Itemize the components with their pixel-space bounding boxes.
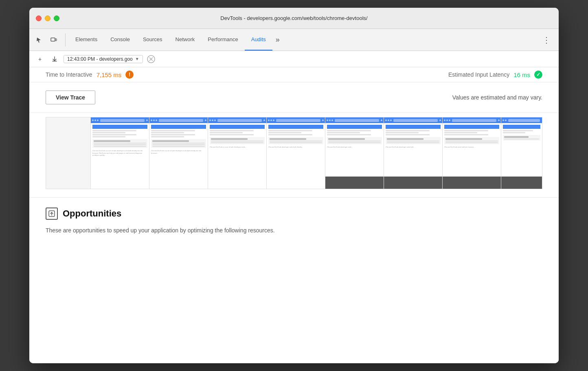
tab-console[interactable]: Console [104,29,136,51]
settings-dots-button[interactable]: ⋮ [541,33,552,46]
svg-rect-1 [55,39,57,41]
maximize-button[interactable] [54,15,59,21]
filmstrip-frame[interactable]: Chrome DevTools developer tools built... [384,117,443,189]
metrics-row: Time to Interactive 7,155 ms ! Estimated… [29,67,559,82]
filmstrip-frame[interactable] [501,117,542,189]
session-selector[interactable]: 12:43:00 PM - developers.goo ▼ [64,55,143,63]
filmstrip-frame[interactable]: Chrome DevTools developer tools built di… [267,117,325,189]
tab-bar-icons [33,33,66,46]
traffic-lights [36,15,59,21]
session-label: 12:43:00 PM - developers.goo [67,56,133,62]
devtools-panel: Elements Console Sources Network Perform… [29,29,559,363]
filmstrip-frame[interactable]: Chrome DevTools is a set of web develope… [208,117,267,189]
time-to-interactive-metric: Time to Interactive 7,155 ms ! [46,71,134,79]
device-toolbar-icon[interactable] [47,33,60,46]
tti-value: 7,155 ms [97,71,122,78]
filmstrip-section: Chrome DevTools is a set of web develope… [29,113,559,198]
tab-bar: Elements Console Sources Network Perform… [29,29,559,51]
devtools-window: DevTools - developers.google.com/web/too… [29,8,559,363]
stop-recording-button[interactable] [146,54,156,64]
tab-audits[interactable]: Audits [245,29,272,51]
session-chevron-icon: ▼ [135,57,139,61]
tabs-container: Elements Console Sources Network Perform… [69,29,283,51]
opportunities-title: Opportunities [63,208,121,219]
estimated-input-latency-metric: Estimated Input Latency 16 ms ✓ [448,71,542,79]
window-title: DevTools - developers.google.com/web/too… [220,15,367,21]
tab-bar-end: ⋮ [541,33,555,46]
tab-sources[interactable]: Sources [136,29,169,51]
trace-section: View Trace Values are estimated and may … [29,82,559,113]
estimate-text: Values are estimated and may vary. [452,94,542,101]
tti-icon: ! [125,71,134,79]
eil-label: Estimated Input Latency [448,71,509,78]
more-tabs-button[interactable]: » [272,29,283,51]
eil-icon: ✓ [534,71,542,79]
tti-label: Time to Interactive [46,71,92,78]
main-content[interactable]: Time to Interactive 7,155 ms ! Estimated… [29,67,559,363]
filmstrip-frame[interactable]: Chrome DevTools tools built into browser… [443,117,501,189]
opportunities-icon [46,208,58,220]
toolbar: + 12:43:00 PM - developers.goo ▼ [29,51,559,67]
opportunities-header: Opportunities [46,208,542,220]
title-bar: DevTools - developers.google.com/web/too… [29,8,559,29]
filmstrip-frame[interactable]: Chrome DevTools developer tools... [325,117,384,189]
minimize-button[interactable] [45,15,50,21]
opportunities-section: Opportunities These are opportunities to… [29,198,559,245]
opportunities-description: These are opportunities to speed up your… [46,226,542,235]
cursor-icon[interactable] [33,33,46,46]
svg-rect-0 [51,38,55,41]
filmstrip-container: Chrome DevTools is a set of web develope… [46,117,542,189]
tab-performance[interactable]: Performance [201,29,244,51]
view-trace-button[interactable]: View Trace [46,91,95,104]
filmstrip-frame[interactable]: Chrome DevTools is a set of web develope… [149,117,208,189]
add-button[interactable]: + [34,53,46,65]
download-button[interactable] [49,53,60,65]
filmstrip-blank-frame [46,117,91,189]
eil-value: 16 ms [513,71,530,78]
close-button[interactable] [36,15,42,21]
filmstrip-frame[interactable]: Chrome DevTools is a set of web develope… [91,117,149,189]
tab-network[interactable]: Network [169,29,202,51]
tab-elements[interactable]: Elements [69,29,104,51]
